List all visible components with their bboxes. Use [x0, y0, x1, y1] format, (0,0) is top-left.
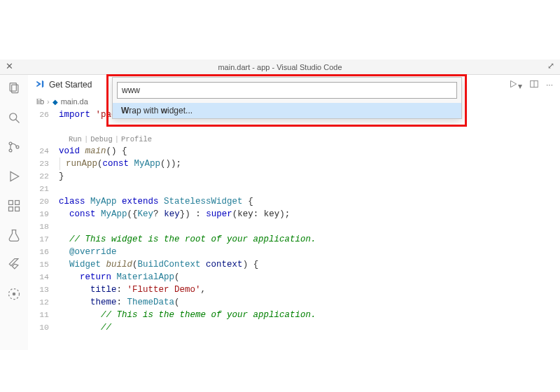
command-palette-input[interactable]	[117, 82, 457, 99]
svg-point-14	[13, 293, 15, 295]
svg-point-2	[10, 113, 17, 120]
editor-actions: ▾ ···	[508, 79, 553, 91]
maximize-icon[interactable]: ⤢	[547, 61, 554, 71]
search-icon[interactable]	[6, 110, 22, 125]
svg-rect-10	[15, 207, 20, 211]
split-editor-icon[interactable]	[529, 79, 539, 91]
svg-point-5	[9, 149, 12, 152]
extensions-icon[interactable]	[6, 198, 22, 214]
svg-rect-8	[9, 201, 13, 205]
breadcrumb-folder: lib	[36, 97, 44, 106]
dart-file-icon: ◆	[52, 98, 58, 106]
window-title: main.dart - app - Visual Studio Code	[0, 59, 560, 75]
source-control-icon[interactable]	[6, 139, 22, 155]
command-palette: Wrap with widget...	[112, 77, 462, 119]
vscode-icon	[35, 79, 45, 91]
more-icon[interactable]: ···	[546, 80, 553, 90]
remote-icon[interactable]	[6, 286, 22, 302]
svg-line-3	[16, 120, 20, 123]
explorer-icon[interactable]	[6, 80, 22, 96]
run-icon[interactable]: ▾	[508, 79, 522, 91]
codelens[interactable]: Run|Debug|Profile	[36, 134, 560, 145]
testing-icon[interactable]	[6, 227, 22, 243]
tab-label: Get Started	[49, 80, 92, 90]
svg-rect-1	[12, 85, 18, 93]
svg-rect-9	[9, 207, 13, 211]
flutter-icon[interactable]	[6, 257, 22, 272]
activity-bar	[0, 75, 28, 350]
svg-marker-15	[510, 80, 516, 87]
svg-rect-0	[10, 83, 16, 92]
close-icon[interactable]: ✕	[6, 61, 13, 71]
line-number: 26	[36, 108, 59, 121]
svg-marker-7	[10, 172, 19, 181]
svg-point-4	[9, 142, 12, 145]
svg-rect-11	[15, 201, 20, 205]
run-debug-icon[interactable]	[6, 169, 22, 184]
breadcrumb-file: main.da	[61, 97, 88, 106]
code-editor[interactable]: 26import 'package:flutter/material.dart'…	[28, 108, 560, 334]
chevron-right-icon: ›	[47, 97, 50, 106]
tab-get-started[interactable]: Get Started	[28, 75, 99, 94]
command-palette-option[interactable]: Wrap with widget...	[113, 103, 461, 118]
